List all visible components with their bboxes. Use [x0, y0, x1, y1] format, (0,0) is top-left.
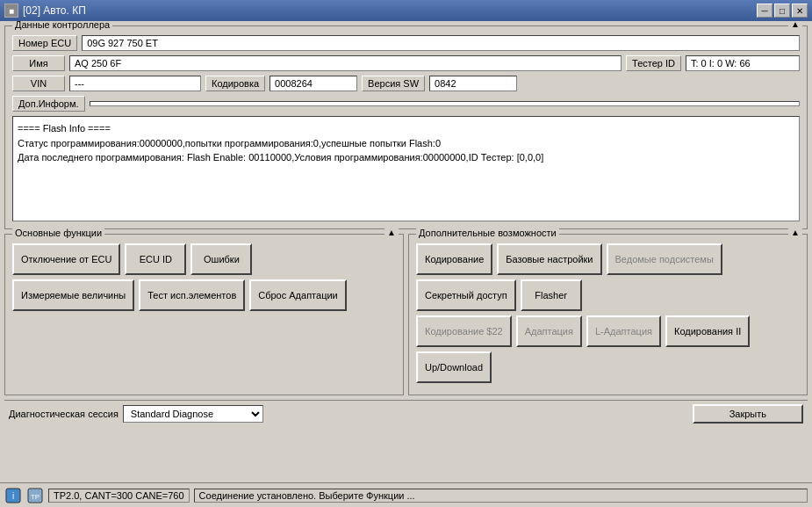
sw-version-value: 0842	[429, 76, 517, 91]
additional-functions-group: Дополнительные возможности ▲ Кодирование…	[408, 234, 808, 395]
name-row: Имя AQ 250 6F Тестер ID T: 0 I: 0 W: 66	[12, 55, 800, 71]
bottom-panels: Основные функции ▲ Отключение от ECU ECU…	[4, 234, 808, 400]
reset-adaptation-button[interactable]: Сброс Адаптации	[249, 279, 347, 311]
minimize-button[interactable]: ─	[757, 4, 772, 18]
tester-id-label: Тестер ID	[626, 55, 681, 71]
name-label: Имя	[12, 55, 65, 71]
additional-btn-row-1: Кодирование Базовые настройки Ведомые по…	[416, 243, 800, 311]
svg-text:TP: TP	[31, 493, 40, 501]
l-adaptation-button[interactable]: L-Адаптация	[586, 315, 661, 347]
coding-label: Кодировка	[205, 76, 265, 91]
coding-2-button[interactable]: Кодирования II	[665, 315, 750, 347]
upload-download-button[interactable]: Up/Download	[416, 351, 492, 383]
maximize-button[interactable]: □	[774, 4, 790, 18]
diagnostic-session-row: Диагностическая сессия Standard Diagnose…	[4, 400, 808, 427]
coding-value: 0008264	[269, 76, 357, 91]
ecu-id-button[interactable]: ECU ID	[125, 243, 186, 275]
coding-s22-button[interactable]: Кодирование $22	[416, 315, 512, 347]
basic-settings-button[interactable]: Базовые настройки	[497, 243, 601, 275]
vin-row: VIN --- Кодировка 0008264 Версия SW 0842	[12, 76, 800, 91]
controller-data-title: Данные контроллера	[12, 21, 112, 30]
main-window: Данные контроллера ▲ Номер ECU 09G 927 7…	[0, 21, 812, 482]
secret-access-button[interactable]: Секретный доступ	[416, 279, 516, 311]
window-close-button[interactable]: ✕	[792, 4, 808, 18]
extra-info-value	[90, 101, 800, 106]
title-bar: ■ [02] Авто. КП ─ □ ✕	[0, 0, 812, 21]
controlled-subsystems-button[interactable]: Ведомые подсистемы	[607, 243, 722, 275]
status-bar: i TP TP2.0, CANT=300 CANE=760 Соединение…	[0, 482, 812, 507]
name-value: AQ 250 6F	[69, 55, 622, 71]
controller-data-arrow: ▲	[788, 21, 802, 29]
basic-btn-row-2: Измеряемые величины Тест исп.элементов С…	[12, 279, 396, 311]
flash-info-box: ==== Flash Info ==== Статус программиров…	[12, 116, 800, 221]
diagnostic-session-select[interactable]: Standard Diagnose Extended Diagnose	[123, 405, 263, 423]
diagnostic-session-label: Диагностическая сессия	[9, 409, 119, 419]
test-elements-button[interactable]: Тест исп.элементов	[139, 279, 245, 311]
measured-values-button[interactable]: Измеряемые величины	[12, 279, 134, 311]
ecu-label: Номер ECU	[12, 35, 77, 51]
additional-functions-title: Дополнительные возможности	[416, 228, 559, 238]
ecu-value: 09G 927 750 ET	[82, 35, 800, 51]
vin-value: ---	[69, 76, 201, 91]
tp-info-panel: TP2.0, CANT=300 CANE=760	[48, 489, 190, 503]
basic-functions-group: Основные функции ▲ Отключение от ECU ECU…	[4, 234, 404, 395]
errors-button[interactable]: Ошибки	[190, 243, 252, 275]
controller-data-group: Данные контроллера ▲ Номер ECU 09G 927 7…	[4, 25, 808, 229]
disconnect-ecu-button[interactable]: Отключение от ECU	[12, 243, 120, 275]
flasher-button[interactable]: Flasher	[521, 279, 582, 311]
app-icon: ■	[4, 4, 18, 18]
close-button[interactable]: Закрыть	[693, 404, 803, 424]
svg-text:i: i	[12, 491, 14, 501]
extra-info-row: Доп.Информ.	[12, 96, 800, 112]
vin-label: VIN	[12, 76, 65, 91]
extra-info-label: Доп.Информ.	[12, 96, 85, 112]
coding-button[interactable]: Кодирование	[416, 243, 492, 275]
status-text-panel: Соединение установлено. Выберите Функции…	[194, 489, 808, 503]
sw-version-label: Версия SW	[362, 76, 425, 91]
status-icon-1: i	[4, 487, 22, 504]
basic-functions-title: Основные функции	[12, 228, 104, 238]
title-bar-buttons: ─ □ ✕	[757, 4, 808, 18]
basic-functions-arrow: ▲	[384, 228, 399, 237]
ecu-row: Номер ECU 09G 927 750 ET	[12, 35, 800, 51]
adaptation-button[interactable]: Адаптация	[516, 315, 582, 347]
additional-btn-row-2: Кодирование $22 Адаптация L-Адаптация Ко…	[416, 315, 800, 383]
window-title: [02] Авто. КП	[23, 4, 86, 17]
basic-btn-row-1: Отключение от ECU ECU ID Ошибки	[12, 243, 396, 275]
additional-functions-arrow: ▲	[788, 228, 802, 237]
status-icon-2: TP	[26, 487, 44, 504]
tester-id-value: T: 0 I: 0 W: 66	[686, 55, 800, 71]
